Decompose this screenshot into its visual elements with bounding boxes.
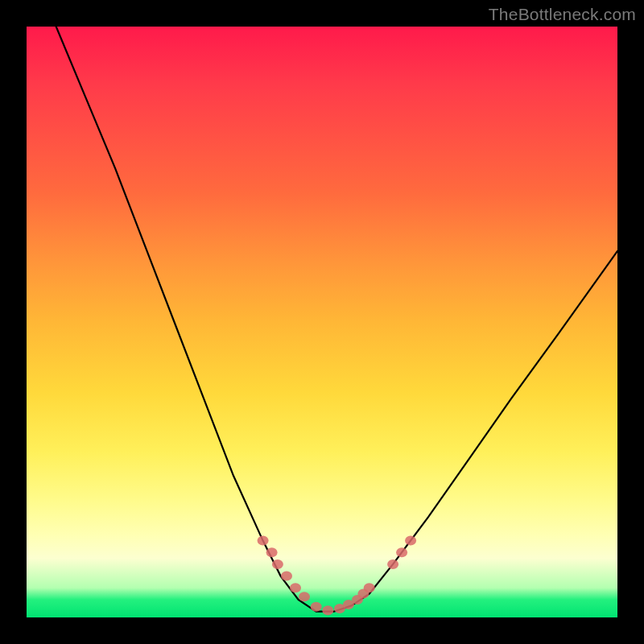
highlight-dot — [272, 559, 283, 569]
chart-svg — [27, 27, 617, 617]
highlight-dot — [311, 602, 322, 612]
highlight-dot — [281, 572, 292, 581]
highlight-dot — [405, 536, 416, 546]
highlight-dot — [322, 605, 333, 615]
highlight-dot — [290, 583, 301, 592]
watermark-text: TheBottleneck.com — [489, 5, 636, 24]
bottleneck-curve — [56, 27, 617, 612]
highlight-dot — [266, 547, 278, 557]
highlight-dot — [364, 583, 375, 592]
chart-frame: TheBottleneck.com — [0, 0, 644, 644]
highlight-dot — [396, 547, 407, 557]
highlight-dot — [387, 559, 398, 569]
highlight-dot — [258, 536, 269, 546]
chart-plot-area — [27, 27, 617, 617]
highlight-dot — [299, 592, 310, 601]
highlight-dots — [258, 536, 416, 616]
